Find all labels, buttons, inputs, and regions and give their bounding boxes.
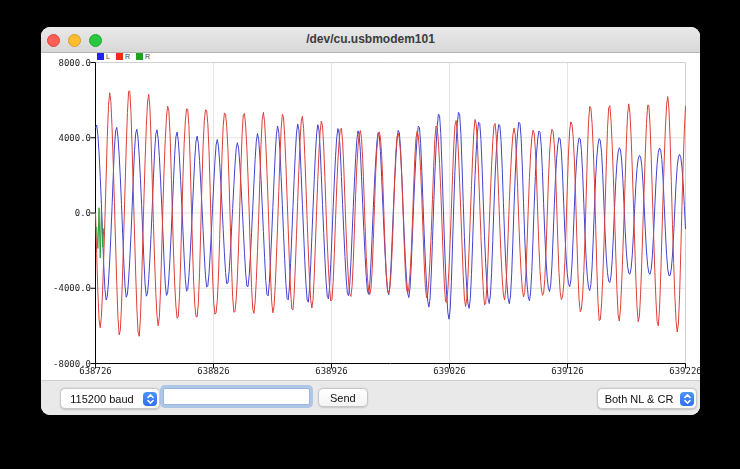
send-button[interactable]: Send bbox=[318, 388, 368, 407]
y-tick-label: -4000.0 bbox=[53, 283, 91, 293]
stepper-icon bbox=[680, 392, 694, 406]
window-title: /dev/cu.usbmodem101 bbox=[41, 27, 700, 52]
x-tick-label: 638826 bbox=[197, 366, 230, 376]
x-tick-label: 638926 bbox=[315, 366, 348, 376]
legend-swatch-red-icon bbox=[116, 53, 123, 60]
chart-legend: L R R bbox=[97, 53, 150, 60]
chart-area: L R R 8000.04000.00.0-4000.0-8000.0 6387… bbox=[41, 53, 700, 381]
plot-canvas bbox=[87, 60, 687, 372]
y-tick-label: 4000.0 bbox=[58, 133, 91, 143]
legend-item: L bbox=[97, 53, 110, 60]
line-ending-value: Both NL & CR bbox=[598, 393, 680, 405]
y-tick-label: 8000.0 bbox=[58, 58, 91, 68]
legend-label: L bbox=[106, 53, 110, 60]
legend-label: R bbox=[125, 53, 130, 60]
control-bar: 115200 baud Send Both NL & CR bbox=[41, 380, 700, 415]
x-tick-label: 639226 bbox=[669, 366, 700, 376]
legend-label: R bbox=[145, 53, 150, 60]
app-window: /dev/cu.usbmodem101 L R R 8000.04000.00.… bbox=[41, 27, 700, 415]
x-tick-label: 639026 bbox=[433, 366, 466, 376]
serial-message-input[interactable] bbox=[163, 388, 310, 405]
baud-rate-select[interactable]: 115200 baud bbox=[60, 388, 160, 409]
x-tick-label: 639126 bbox=[551, 366, 584, 376]
baud-rate-value: 115200 baud bbox=[61, 393, 143, 405]
legend-swatch-blue-icon bbox=[97, 53, 104, 60]
legend-item: R bbox=[116, 53, 130, 60]
legend-swatch-green-icon bbox=[136, 53, 143, 60]
line-ending-select[interactable]: Both NL & CR bbox=[597, 388, 697, 409]
x-tick-label: 638726 bbox=[79, 366, 112, 376]
title-bar: /dev/cu.usbmodem101 bbox=[41, 27, 700, 53]
legend-item: R bbox=[136, 53, 150, 60]
y-tick-label: 0.0 bbox=[75, 208, 91, 218]
stepper-icon bbox=[143, 392, 157, 406]
